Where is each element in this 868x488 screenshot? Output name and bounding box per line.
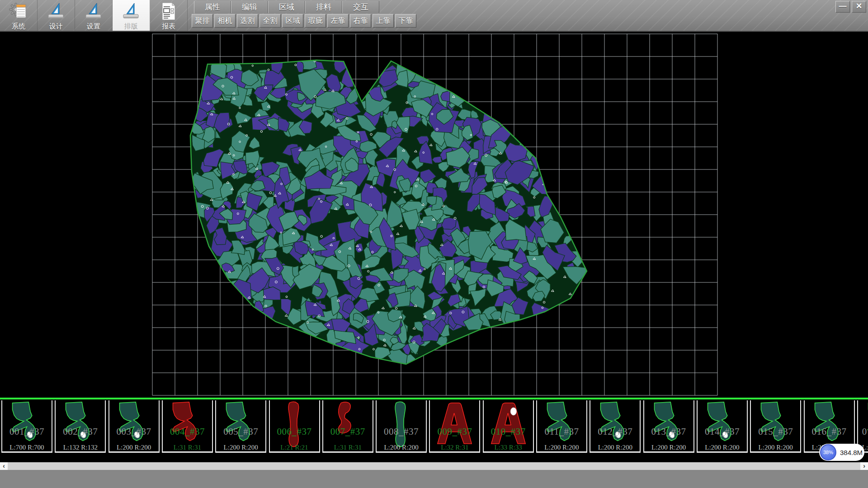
piece-name: 001_#37 xyxy=(2,426,52,437)
piece-lr-count: L:200 R:200 xyxy=(698,444,747,451)
piece-name: 007_#37 xyxy=(323,426,373,437)
app-button-nesting[interactable]: 排版 xyxy=(113,0,150,31)
action-button-snap-up[interactable]: 上靠 xyxy=(373,14,394,28)
progress-percent-badge: 38% xyxy=(820,444,836,460)
piece-lr-count: L:200 R:200 xyxy=(216,444,265,451)
action-button-snap-right[interactable]: 右靠 xyxy=(350,14,371,28)
action-button-snap-down[interactable]: 下靠 xyxy=(395,14,416,28)
titlebar: 系统 设计 设置 排版 报表 属性编辑区域排料交互 聚排相机选割全割区域瑕疵 xyxy=(0,0,868,32)
app-button-label: 设计 xyxy=(49,22,63,31)
piece-lr-count: L:700 R:700 xyxy=(2,444,52,451)
action-button-region[interactable]: 区域 xyxy=(282,14,303,28)
piece-lr-count: L:200 R:200 xyxy=(590,444,640,451)
action-button-defect[interactable]: 瑕疵 xyxy=(305,14,326,28)
menu-tabs: 属性编辑区域排料交互 xyxy=(194,1,379,13)
window-controls: — ✕ xyxy=(835,1,866,13)
progress-percent-text: 38% xyxy=(823,450,833,455)
thumbnail-cell-13[interactable]: 013_#37 L:200 R:200 xyxy=(643,400,694,453)
piece-name: 002_#37 xyxy=(56,426,105,437)
menu-tab-properties[interactable]: 属性 xyxy=(194,1,231,13)
app-button-design[interactable]: 设计 xyxy=(38,0,75,31)
action-button-cluster-nest[interactable]: 聚排 xyxy=(192,14,213,28)
thumbnail-cell-7[interactable]: 007_#37 L:31 R:31 xyxy=(322,400,373,453)
action-button-select-cut[interactable]: 选割 xyxy=(237,14,258,28)
piece-lr-count: L:32 R:31 xyxy=(430,444,479,451)
piece-lr-count: L:200 R:200 xyxy=(644,444,693,451)
app-button-label: 排版 xyxy=(124,22,138,31)
thumbnail-cell-11[interactable]: 011_#37 L:200 R:200 xyxy=(536,400,587,453)
thumbnail-cell-5[interactable]: 005_#37 L:200 R:200 xyxy=(215,400,266,453)
thumbnail-cell-2[interactable]: 002_#37 L:132 R:132 xyxy=(55,400,106,453)
piece-lr-count: L:132 R:132 xyxy=(56,444,105,451)
minimize-button[interactable]: — xyxy=(835,1,850,13)
action-button-cut-all[interactable]: 全割 xyxy=(259,14,281,28)
horizontal-scrollbar[interactable]: ‹ › xyxy=(0,462,868,470)
nesting-layout-drawing xyxy=(0,32,868,398)
piece-name: 004_#37 xyxy=(163,426,212,437)
app-button-system[interactable]: 系统 xyxy=(0,0,38,31)
thumbnail-cell-14[interactable]: 014_#37 L:200 R:200 xyxy=(697,400,748,453)
piece-lr-count: L:200 R:200 xyxy=(751,444,800,451)
report-document-icon xyxy=(158,1,179,21)
piece-name: 012_#37 xyxy=(590,426,640,437)
thumbnail-cell-4[interactable]: 004_#37 L:31 R:31 xyxy=(162,400,213,453)
app-buttons: 系统 设计 设置 排版 报表 xyxy=(0,0,188,31)
piece-name: 015_#37 xyxy=(751,426,800,437)
app-button-report[interactable]: 报表 xyxy=(150,0,188,31)
piece-name: 005_#37 xyxy=(216,426,265,437)
piece-name: 010_#37 xyxy=(484,426,533,437)
app-button-label: 系统 xyxy=(12,22,25,31)
thumbnail-cell-15[interactable]: 015_#37 L:200 R:200 xyxy=(750,400,801,453)
piece-name: 009_#37 xyxy=(430,426,479,437)
nesting-canvas[interactable] xyxy=(0,32,868,398)
app-button-label: 设置 xyxy=(87,22,100,31)
piece-lr-count: L:200 R:200 xyxy=(377,444,426,451)
menu-tab-edit[interactable]: 编辑 xyxy=(231,1,268,13)
menu-tab-interaction[interactable]: 交互 xyxy=(342,1,379,13)
app-button-settings[interactable]: 设置 xyxy=(75,0,113,31)
piece-name: 014_#37 xyxy=(698,426,747,437)
piece-lr-count: L:21 R:21 xyxy=(270,444,319,451)
piece-name: 011_#37 xyxy=(537,426,586,437)
piece-name: 016_#37 xyxy=(805,426,854,437)
piece-name: 013_#37 xyxy=(644,426,693,437)
thumbnail-cell-1[interactable]: 001_#37 L:700 R:700 xyxy=(1,400,52,453)
scroll-left-button[interactable]: ‹ xyxy=(0,462,8,470)
piece-name: 0 xyxy=(858,426,868,437)
system-gear-icon xyxy=(8,1,29,21)
piece-name: 008_#37 xyxy=(377,426,426,437)
action-button-snap-left[interactable]: 左靠 xyxy=(327,14,349,28)
action-buttons: 聚排相机选割全割区域瑕疵左靠右靠上靠下靠 xyxy=(192,14,418,28)
thumbnail-cell-6[interactable]: 006_#37 L:21 R:21 xyxy=(269,400,320,453)
piece-name: 006_#37 xyxy=(270,426,319,437)
thumbnail-cell-12[interactable]: 012_#37 L:200 R:200 xyxy=(590,400,641,453)
piece-lr-count: L:31 R:31 xyxy=(163,444,212,451)
piece-name: 003_#37 xyxy=(109,426,159,437)
memory-usage-text: 384.8M xyxy=(840,449,863,456)
triangle-ruler-icon xyxy=(46,1,66,21)
thumbnail-cell-8[interactable]: 008_#37 L:200 R:200 xyxy=(376,400,427,453)
piece-lr-count: L:31 R:31 xyxy=(323,444,373,451)
triangle-ruler-icon xyxy=(83,1,104,21)
app-button-label: 报表 xyxy=(162,22,175,31)
thumbnail-cell-9[interactable]: 009_#37 L:32 R:31 xyxy=(429,400,480,453)
scroll-right-button[interactable]: › xyxy=(860,462,868,470)
piece-lr-count: L:200 R:200 xyxy=(537,444,586,451)
thumbnail-cell-10[interactable]: 010_#37 L:33 R:33 xyxy=(483,400,534,453)
triangle-ruler-icon xyxy=(121,1,142,21)
close-button[interactable]: ✕ xyxy=(852,1,866,13)
action-button-camera[interactable]: 相机 xyxy=(214,14,236,28)
menu-tab-region[interactable]: 区域 xyxy=(268,1,305,13)
piece-lr-count: L:33 R:33 xyxy=(484,444,533,451)
footer-bar xyxy=(0,470,868,488)
piece-lr-count: L:200 R:200 xyxy=(109,444,159,451)
menu-tab-nest[interactable]: 排料 xyxy=(305,1,342,13)
thumbnail-cell-3[interactable]: 003_#37 L:200 R:200 xyxy=(108,400,160,453)
thumbnail-strip: 001_#37 L:700 R:700 002_#37 L:132 R:132 … xyxy=(0,399,868,454)
progress-badge: 38% 384.8M xyxy=(819,444,864,461)
